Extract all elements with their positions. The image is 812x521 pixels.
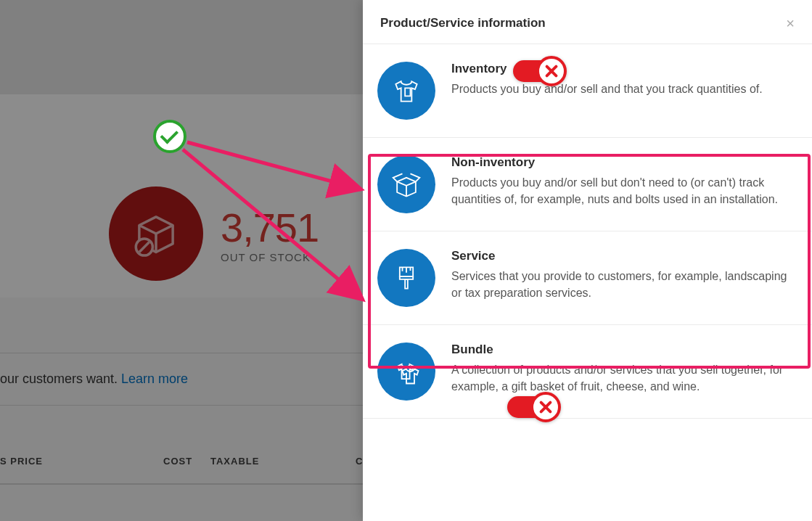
option-bundle[interactable]: Bundle A collection of products and/or s… <box>363 325 812 419</box>
open-box-icon <box>377 155 435 213</box>
option-non-inventory[interactable]: Non-inventory Products you buy and/or se… <box>363 138 812 231</box>
option-desc: Services that you provide to customers, … <box>451 268 796 301</box>
option-desc: Products you buy and/or sell and that yo… <box>451 81 796 97</box>
tshirts-icon <box>377 342 435 401</box>
option-desc: A collection of products and/or services… <box>451 361 796 395</box>
option-desc: Products you buy and/or sell but don't n… <box>451 174 796 208</box>
option-name: Bundle <box>451 342 796 357</box>
option-service[interactable]: Service Services that you provide to cus… <box>363 231 812 325</box>
option-name: Service <box>451 249 796 263</box>
annotation-x-bundle <box>507 392 561 422</box>
close-icon[interactable]: × <box>786 16 795 30</box>
option-name: Non-inventory <box>451 155 796 170</box>
option-inventory[interactable]: Inventory Products you buy and/or sell a… <box>363 44 812 138</box>
panel-header: Product/Service information × <box>363 0 812 44</box>
option-name: Inventory <box>451 62 796 76</box>
option-list: Inventory Products you buy and/or sell a… <box>363 44 812 419</box>
annotation-check-icon <box>153 120 186 153</box>
product-service-info-panel: Product/Service information × Inventory … <box>363 0 812 521</box>
annotation-x-inventory <box>513 56 567 86</box>
paintbrush-icon <box>377 249 435 307</box>
panel-title: Product/Service information <box>380 16 546 30</box>
tshirt-icon <box>377 62 435 120</box>
